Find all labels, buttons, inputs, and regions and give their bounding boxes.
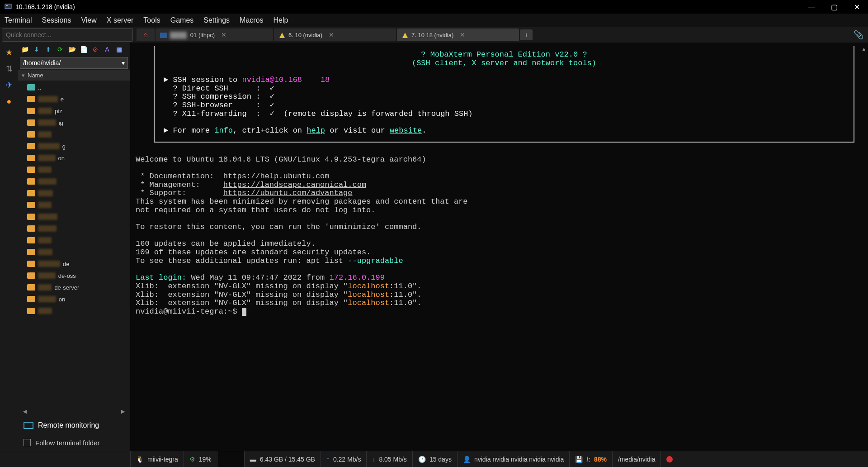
status-graph — [217, 451, 244, 467]
list-item[interactable] — [18, 164, 130, 176]
maximize-button[interactable]: ▢ — [827, 3, 841, 11]
list-item[interactable] — [18, 187, 130, 199]
scroll-up-icon[interactable]: ▴ — [862, 45, 866, 54]
list-item[interactable]: piz — [18, 105, 130, 117]
file-name-suffix: on — [58, 155, 65, 162]
terminal-icon — [401, 32, 408, 38]
scroll-left-icon[interactable]: ◄ — [22, 408, 28, 415]
file-name-suffix: g — [62, 143, 66, 150]
help-link[interactable]: help — [307, 126, 325, 135]
documentation-link[interactable]: https://help.ubuntu.com — [223, 172, 330, 181]
list-item[interactable]: on — [18, 293, 130, 305]
tab-session-2[interactable]: 6. 10 (nvidia) ✕ — [274, 29, 396, 41]
list-item[interactable]: .. — [18, 81, 130, 93]
folder-icon — [27, 272, 35, 279]
new-tab-button[interactable]: + — [520, 29, 533, 40]
folder-icon — [27, 131, 35, 138]
horizontal-scroll[interactable]: ◄ ► — [18, 406, 130, 416]
menu-view[interactable]: View — [81, 16, 96, 24]
status-disk-path: /media/nvidia — [612, 451, 661, 467]
list-item[interactable]: de — [18, 258, 130, 270]
terminal-output[interactable]: ▴ ? MobaXterm Personal Edition v22.0 ? (… — [130, 43, 868, 451]
tab-session-1[interactable]: ████ 01 (lthpc) ✕ — [156, 29, 273, 41]
favorites-icon[interactable]: ★ — [3, 46, 15, 59]
list-item[interactable] — [18, 199, 130, 211]
tab-close-icon[interactable]: ✕ — [221, 31, 226, 38]
website-link[interactable]: website — [390, 126, 422, 135]
list-item[interactable]: g — [18, 140, 130, 152]
follow-terminal-checkbox[interactable]: Follow terminal folder — [18, 434, 130, 451]
refresh-icon[interactable]: ⟳ — [55, 44, 65, 54]
menu-tools[interactable]: Tools — [143, 16, 160, 24]
file-name-suffix: piz — [55, 108, 62, 114]
edit-icon[interactable]: A — [102, 44, 112, 54]
minimize-button[interactable]: — — [805, 3, 818, 11]
menu-sessions[interactable]: Sessions — [42, 16, 71, 24]
banner-subtitle: (SSH client, X server and network tools) — [412, 59, 596, 67]
remote-monitoring-label: Remote monitoring — [38, 421, 99, 429]
list-item[interactable] — [18, 176, 130, 187]
list-item[interactable]: e — [18, 93, 130, 105]
tab-close-icon[interactable]: ✕ — [329, 31, 334, 38]
file-name-suffix: de-oss — [58, 272, 76, 279]
status-close[interactable] — [660, 451, 678, 467]
file-browser-panel: 📁 ⬇ ⬆ ⟳ 📂 📄 ⊘ A ▦ /home/nvidia/ ▾ ▾ Name… — [18, 43, 130, 451]
list-item[interactable]: on — [18, 152, 130, 164]
download-icon[interactable]: ⬇ — [32, 44, 42, 54]
close-button[interactable]: ✕ — [850, 3, 863, 11]
file-name-suffix: e — [61, 96, 64, 103]
menu-macros[interactable]: Macros — [240, 16, 263, 24]
list-item[interactable]: ig — [18, 117, 130, 129]
management-link[interactable]: https://landscape.canonical.com — [223, 181, 366, 189]
folder-icon — [27, 155, 35, 161]
list-item[interactable] — [18, 223, 130, 234]
newfile-icon[interactable]: 📄 — [79, 44, 89, 54]
folder-icon[interactable]: 📁 — [20, 44, 30, 54]
menu-help[interactable]: Help — [274, 16, 288, 24]
tools-icon[interactable]: ✈ — [3, 79, 15, 91]
disk-icon: 💾 — [575, 456, 583, 463]
status-host: 🐧 miivii-tegra — [130, 451, 184, 467]
list-item[interactable] — [18, 211, 130, 223]
clock-icon: 🕐 — [418, 456, 426, 463]
left-icon-strip: ★ ⇅ ✈ ● — [0, 43, 18, 451]
status-cpu: ⚙ 19% — [184, 451, 217, 467]
folder-icon — [27, 261, 35, 267]
name-column: Name — [28, 72, 43, 79]
list-item[interactable] — [18, 234, 130, 246]
list-item[interactable]: de-server — [18, 281, 130, 293]
macros-icon[interactable]: ● — [3, 95, 15, 108]
sessions-icon[interactable]: ⇅ — [3, 62, 15, 75]
layout-icon[interactable]: ▦ — [114, 44, 124, 54]
list-item[interactable] — [18, 305, 130, 317]
cpu-icon: ⚙ — [189, 456, 195, 463]
menu-terminal[interactable]: Terminal — [5, 16, 32, 24]
file-list-header[interactable]: ▾ Name — [18, 70, 130, 81]
quick-connect-input[interactable] — [2, 28, 133, 42]
newfolder-icon[interactable]: 📂 — [67, 44, 77, 54]
support-link[interactable]: https://ubuntu.com/advantage — [223, 189, 353, 197]
status-uptime: 🕐 15 days — [412, 451, 457, 467]
home-icon: ⌂ — [143, 31, 148, 39]
file-name-suffix: on — [59, 296, 65, 303]
list-item[interactable] — [18, 246, 130, 258]
delete-icon[interactable]: ⊘ — [90, 44, 100, 54]
tab-session-3[interactable]: 7. 10 18 (nvidia) ✕ — [397, 29, 519, 41]
menu-games[interactable]: Games — [170, 16, 194, 24]
list-item[interactable]: de-oss — [18, 270, 130, 281]
paperclip-icon[interactable]: 📎 — [854, 30, 863, 40]
file-list[interactable]: ..epiziggondede-ossde-serveron — [18, 81, 130, 406]
window-title: 10.168.1.218 (nvidia) — [15, 3, 805, 10]
scroll-right-icon[interactable]: ► — [120, 408, 126, 415]
menu-xserver[interactable]: X server — [107, 16, 134, 24]
path-input[interactable]: /home/nvidia/ ▾ — [20, 57, 128, 69]
chevron-down-icon[interactable]: ▾ — [122, 59, 125, 67]
tab-home[interactable]: ⌂ — [137, 29, 155, 41]
list-item[interactable] — [18, 129, 130, 140]
folder-icon — [27, 84, 35, 91]
menu-settings[interactable]: Settings — [203, 16, 230, 24]
upload-icon[interactable]: ⬆ — [43, 44, 53, 54]
sort-icon: ▾ — [22, 72, 25, 79]
tab-close-icon[interactable]: ✕ — [460, 31, 465, 38]
remote-monitoring-button[interactable]: Remote monitoring — [18, 416, 130, 434]
